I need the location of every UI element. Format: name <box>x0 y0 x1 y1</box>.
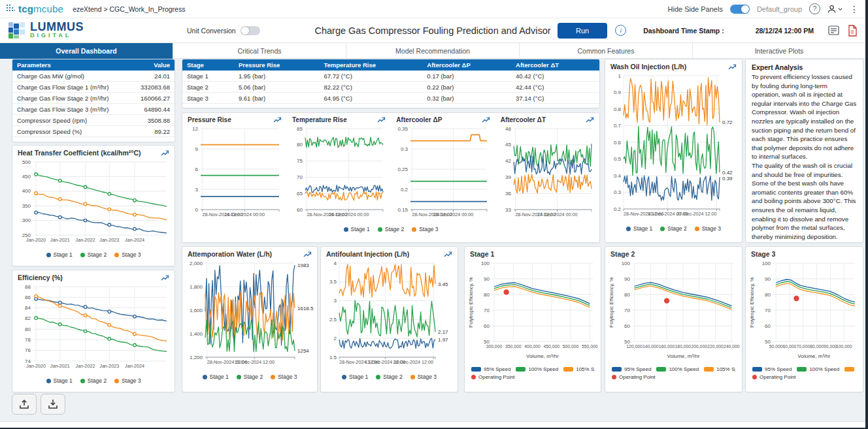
heat-transfer-chart[interactable]: 250300350400450500Jan-2020Jan-2021Jan-20… <box>14 158 173 249</box>
antifoulant-chart[interactable]: 1.522.533.5428-Nov-2024 12:0013-Dec-2024… <box>322 259 456 372</box>
pressure-rise-chart[interactable]: 03691228-Nov-2024 12:0016-Dec-2024 00:00 <box>184 125 286 224</box>
chart-legend[interactable]: Stage 1Stage 2Stage 3 <box>605 223 742 232</box>
svg-text:82: 82 <box>25 315 31 321</box>
expand-icon[interactable] <box>161 274 169 281</box>
svg-text:Jan-2021: Jan-2021 <box>50 363 70 369</box>
svg-text:Jan-2023: Jan-2023 <box>99 363 119 369</box>
column-header: Pressure Rise <box>234 59 320 71</box>
chart-legend[interactable]: Stage 1Stage 2Stage 3 <box>321 372 458 380</box>
svg-text:1,200: 1,200 <box>190 355 203 360</box>
chart-legend[interactable]: 95% Speed100% Speed105% SpeedOperating P… <box>465 365 601 380</box>
svg-text:Volume, m³/hr: Volume, m³/hr <box>667 353 700 359</box>
report-icon[interactable] <box>828 25 839 35</box>
aftercooler-dp-chart[interactable]: 0.150.20.250.30.3528-Nov-2024 12:0016-De… <box>392 125 493 224</box>
user-icon[interactable] <box>827 5 843 14</box>
svg-text:120,000: 120,000 <box>626 344 643 349</box>
breadcrumb[interactable]: ezeXtend > CGC_Work_In_Progress <box>73 5 185 13</box>
info-icon[interactable]: i <box>615 25 626 36</box>
expand-icon[interactable] <box>482 116 490 123</box>
person-icon <box>827 5 837 14</box>
aftercooler-dp-panel: Aftercooler ΔP 0.150.20.250.30.3528-Nov-… <box>391 113 495 224</box>
svg-text:100: 100 <box>481 261 490 266</box>
aftercooler-dt-chart[interactable]: 33363942454828-Nov-2024 12:0017-Dec-2024… <box>497 125 598 224</box>
expert-analysis-title: Expert Analysis <box>746 59 863 72</box>
header: LUMMUSDIGITAL Unit Conversion Charge Gas… <box>0 18 865 43</box>
expand-icon[interactable] <box>728 63 737 71</box>
svg-text:2.17: 2.17 <box>438 329 448 335</box>
svg-text:33: 33 <box>505 207 511 213</box>
chart-legend[interactable]: 95% Speed100% Speed105% SpeedOperating P… <box>746 365 863 380</box>
expand-icon[interactable] <box>161 150 169 157</box>
help-icon[interactable]: ? <box>809 3 820 14</box>
page-title: Charge Gas Compressor Fouling Prediction… <box>314 25 550 36</box>
svg-text:28-Dec-2024 12:00: 28-Dec-2024 12:00 <box>393 359 434 365</box>
svg-text:78: 78 <box>25 337 31 343</box>
chart-legend[interactable]: Stage 1Stage 2Stage 3 <box>12 375 175 384</box>
hide-side-panels-toggle[interactable] <box>730 5 750 14</box>
temperature-rise-chart[interactable]: 60657075808528-Nov-2024 12:0016-Dec-2024… <box>288 125 390 224</box>
svg-text:60: 60 <box>765 323 771 329</box>
stage1-map-chart[interactable]: 5060708090100300,000350,000400,000450,00… <box>466 259 599 365</box>
wash-oil-panel: Wash Oil Injection (L/h) 0.20.30.40.50.6… <box>605 59 743 243</box>
chart-legend[interactable]: Stage 1Stage 2Stage 3 <box>182 372 317 380</box>
expand-icon[interactable] <box>444 251 452 258</box>
attemporation-chart[interactable]: 1,2001,4001,6001,8002,00028-Nov-2024 12:… <box>184 259 316 372</box>
svg-text:16-Dec-2024 00:00: 16-Dec-2024 00:00 <box>329 212 369 217</box>
expand-icon[interactable] <box>303 251 312 258</box>
tab-common-features[interactable]: Common Features <box>519 43 692 59</box>
upload-button[interactable] <box>12 394 37 415</box>
lummus-mark-icon <box>8 22 25 39</box>
svg-text:0: 0 <box>195 207 199 213</box>
svg-text:0.6: 0.6 <box>614 140 622 146</box>
chart-title: Attemporation Water (L/h) <box>188 250 272 258</box>
run-button[interactable]: Run <box>558 23 607 39</box>
column-header: Value <box>130 59 175 71</box>
group-select[interactable]: Default_group <box>757 5 802 13</box>
column-header: Aftercooler ΔT <box>511 59 599 71</box>
expand-icon[interactable] <box>273 116 282 123</box>
svg-text:0.4: 0.4 <box>614 173 622 179</box>
svg-text:0.3: 0.3 <box>401 146 409 152</box>
stage3-map-chart[interactable]: 506070809010050,00060,00070,00080,00090,… <box>747 259 861 365</box>
more-menu-icon[interactable]: ⋮ <box>850 6 859 12</box>
tab-overall-dashboard[interactable]: Overall Dashboard <box>0 43 173 59</box>
chart-legend[interactable]: Stage 1Stage 2Stage 3 <box>182 224 599 232</box>
chart-title: Heat Transfer Coefficient (kcal/hm²°C) <box>18 149 141 157</box>
chart-legend[interactable]: 95% Speed100% Speed105% SpeedOperating P… <box>605 365 742 380</box>
stage2-map-chart[interactable]: 5060708090100120,000140,000160,000180,00… <box>607 259 741 365</box>
svg-text:300,000: 300,000 <box>486 344 503 349</box>
unit-conversion-toggle[interactable] <box>241 26 260 35</box>
svg-text:0.35: 0.35 <box>398 126 409 132</box>
svg-text:Polytropic Efficiency, %: Polytropic Efficiency, % <box>749 277 755 328</box>
svg-text:17-Dec-2024 00:00: 17-Dec-2024 00:00 <box>537 212 578 217</box>
download-button[interactable] <box>41 394 65 415</box>
wash-oil-chart[interactable]: 0.20.30.40.50.60.70.80.9128-Nov-2024 12:… <box>607 72 741 223</box>
column-header: Parameters <box>12 59 130 71</box>
efficiency-chart[interactable]: 7476788082848688Jan-2020Jan-2021Jan-2022… <box>14 283 173 375</box>
tab-model-recommendation[interactable]: Model Recommendation <box>346 43 519 59</box>
svg-text:70: 70 <box>484 308 490 313</box>
svg-text:0.3: 0.3 <box>614 189 622 195</box>
timestamp-value[interactable]: 28/12/24 12:00 PM <box>756 27 814 35</box>
parameters-table: ParametersValueCharge Gas MW (g/mol)24.0… <box>12 59 175 137</box>
svg-text:9: 9 <box>195 146 199 152</box>
tab-interactive-plots[interactable]: Interactive Plots <box>692 43 865 59</box>
svg-text:400: 400 <box>22 188 31 194</box>
svg-text:76: 76 <box>25 347 31 353</box>
chart-legend[interactable]: Stage 1Stage 2Stage 3 <box>12 249 175 258</box>
svg-text:90: 90 <box>765 276 771 282</box>
column-header: Temperature Rise <box>319 59 422 71</box>
svg-text:80: 80 <box>765 292 771 298</box>
stage2-map-panel: Stage 2 5060708090100120,000140,000160,0… <box>605 246 743 392</box>
chart-title: Efficiency (%) <box>18 274 63 281</box>
table-row: Compressor Speed (rpm)3508.88 <box>12 115 175 126</box>
tab-critical-trends[interactable]: Critical Trends <box>173 43 346 59</box>
tcgmcube-logo[interactable]: tcgmcube <box>7 3 63 15</box>
svg-text:500,000: 500,000 <box>563 344 579 349</box>
expand-icon[interactable] <box>377 116 386 123</box>
svg-text:1983: 1983 <box>297 262 309 268</box>
pdf-icon[interactable] <box>847 25 858 37</box>
svg-text:350: 350 <box>22 203 31 209</box>
svg-text:Polytropic Efficiency, %: Polytropic Efficiency, % <box>468 277 474 328</box>
expand-icon[interactable] <box>586 116 594 123</box>
